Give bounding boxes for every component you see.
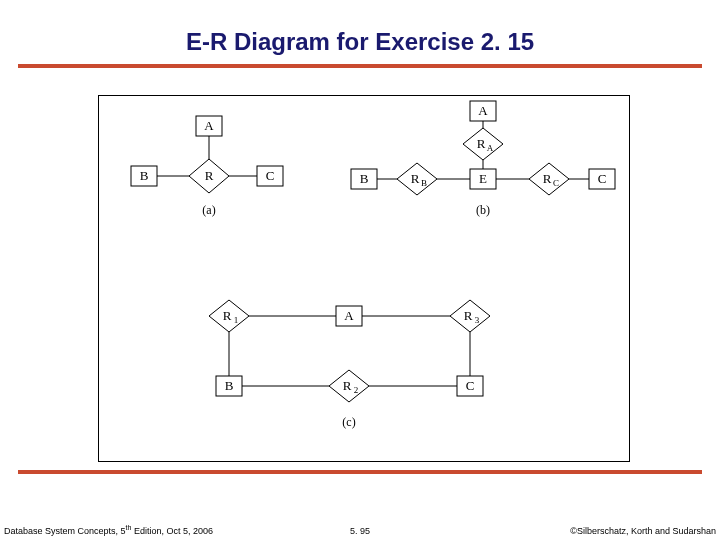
diagram-container: A R B C (a) A R A E R B B R C C (b) R 1 … bbox=[98, 95, 630, 462]
diagram-part-c: R 1 A R 3 B R 2 C (c) bbox=[209, 300, 490, 429]
relationship-r2-main: R bbox=[343, 378, 352, 393]
footer-right: ©Silberschatz, Korth and Sudarshan bbox=[570, 526, 716, 536]
footer-left-prefix: Database System Concepts, 5 bbox=[4, 526, 126, 536]
relationship-rb-main: R bbox=[411, 171, 420, 186]
title-rule bbox=[18, 64, 702, 68]
footer-bar: Database System Concepts, 5th Edition, O… bbox=[0, 522, 720, 540]
relationship-rc-sub: C bbox=[553, 178, 559, 188]
relationship-r1-sub: 1 bbox=[234, 315, 239, 325]
entity-a-label: A bbox=[204, 118, 214, 133]
entity-b-label: B bbox=[140, 168, 149, 183]
diagram-part-b: A R A E R B B R C C (b) bbox=[351, 101, 615, 217]
entity-b-b-label: B bbox=[360, 171, 369, 186]
bottom-rule bbox=[18, 470, 702, 474]
relationship-r1-main: R bbox=[223, 308, 232, 323]
relationship-ra-sub: A bbox=[487, 143, 494, 153]
entity-e-label: E bbox=[479, 171, 487, 186]
relationship-ra-main: R bbox=[477, 136, 486, 151]
relationship-r3-main: R bbox=[464, 308, 473, 323]
entity-c-b-label: B bbox=[225, 378, 234, 393]
page-title: E-R Diagram for Exercise 2. 15 bbox=[0, 0, 720, 56]
entity-b-c-label: C bbox=[598, 171, 607, 186]
footer-center: 5. 95 bbox=[350, 526, 370, 536]
caption-a: (a) bbox=[202, 203, 215, 217]
relationship-r3-sub: 3 bbox=[475, 315, 480, 325]
caption-b: (b) bbox=[476, 203, 490, 217]
footer-left: Database System Concepts, 5th Edition, O… bbox=[4, 524, 213, 536]
relationship-rb-sub: B bbox=[421, 178, 427, 188]
diagram-part-a: A R B C (a) bbox=[131, 116, 283, 217]
entity-c-a-label: A bbox=[344, 308, 354, 323]
caption-c: (c) bbox=[342, 415, 355, 429]
relationship-rc-main: R bbox=[543, 171, 552, 186]
relationship-r-label: R bbox=[205, 168, 214, 183]
footer-left-suffix: Edition, Oct 5, 2006 bbox=[131, 526, 213, 536]
entity-c-label: C bbox=[266, 168, 275, 183]
entity-b-a-label: A bbox=[478, 103, 488, 118]
er-diagram-svg: A R B C (a) A R A E R B B R C C (b) R 1 … bbox=[99, 96, 629, 461]
entity-c-c-label: C bbox=[466, 378, 475, 393]
relationship-r2-sub: 2 bbox=[354, 385, 359, 395]
